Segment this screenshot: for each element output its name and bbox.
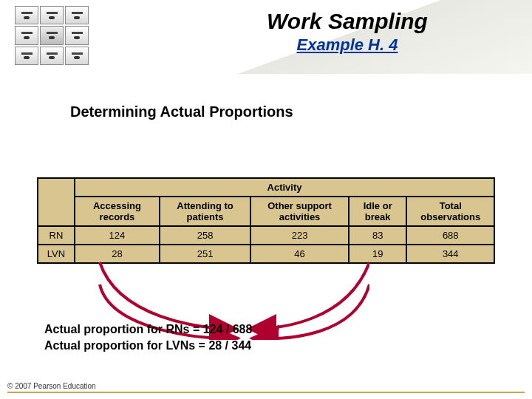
cell: 223	[250, 226, 349, 245]
col-header: Total observations	[406, 197, 494, 226]
col-header: Attending to patients	[160, 197, 250, 226]
cell: 258	[160, 226, 250, 245]
section-heading: Determining Actual Proportions	[70, 103, 293, 120]
cell: 688	[406, 226, 494, 245]
cell: 251	[160, 245, 250, 263]
calc-line-lvn: Actual proportion for LVNs = 28 / 344	[44, 338, 252, 354]
col-header: Idle or break	[349, 197, 407, 226]
filing-cabinet-icon	[15, 6, 89, 65]
table-row: LVN 28 251 46 19 344	[38, 245, 494, 263]
calculation-text: Actual proportion for RNs = 124 / 688 Ac…	[44, 321, 252, 353]
col-header: Other support activities	[250, 197, 349, 226]
data-table: Activity Accessing records Attending to …	[37, 177, 495, 264]
slide-header: Work Sampling Example H. 4	[0, 0, 532, 74]
slide-title: Work Sampling	[192, 9, 502, 34]
row-label: RN	[38, 226, 75, 245]
cell: 83	[349, 226, 407, 245]
slide-subtitle: Example H. 4	[192, 35, 502, 55]
table-row: RN 124 258 223 83 688	[38, 226, 494, 245]
cell: 344	[406, 245, 494, 263]
cell: 28	[75, 245, 160, 263]
copyright-footer: © 2007 Pearson Education	[7, 382, 525, 393]
col-header: Accessing records	[75, 197, 160, 226]
table-group-header: Activity	[75, 178, 494, 197]
row-label: LVN	[38, 245, 75, 263]
calc-line-rn: Actual proportion for RNs = 124 / 688	[44, 321, 252, 338]
cell: 124	[75, 226, 160, 245]
cell: 46	[250, 245, 349, 263]
cell: 19	[349, 245, 407, 263]
